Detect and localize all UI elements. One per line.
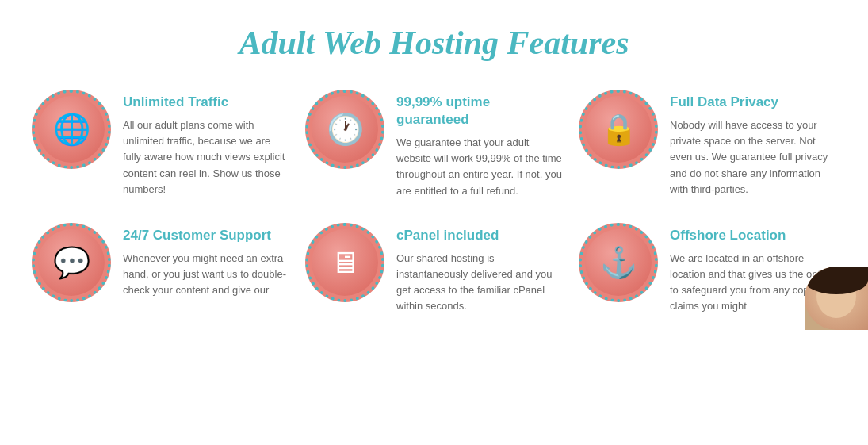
cpanel-included-description: Our shared hosting is instantaneously de… xyxy=(396,251,563,315)
cpanel-included-title: cPanel included xyxy=(396,227,563,244)
full-data-privacy-icon-circle: 🔒 xyxy=(579,90,658,169)
customer-support-icon: 💬 xyxy=(53,247,90,278)
uptime-guarantee-text: 99,99% uptime guaranteed We guarantee th… xyxy=(396,90,563,199)
feature-item-unlimited-traffic: 🌐 Unlimited Traffic All our adult plans … xyxy=(32,90,289,199)
full-data-privacy-title: Full Data Privacy xyxy=(670,94,836,111)
page-title: Adult Web Hosting Features xyxy=(32,24,836,62)
page-wrapper: Adult Web Hosting Features 🌐 Unlimited T… xyxy=(0,0,868,330)
offshore-location-title: Offshore Location xyxy=(670,227,836,244)
feature-item-uptime-guarantee: 🕐 99,99% uptime guaranteed We guarantee … xyxy=(305,90,563,199)
uptime-guarantee-description: We guarantee that your adult website wil… xyxy=(396,135,563,199)
unlimited-traffic-icon: 🌐 xyxy=(53,114,90,144)
full-data-privacy-description: Nobody will have access to your private … xyxy=(670,117,836,198)
cpanel-included-text: cPanel included Our shared hosting is in… xyxy=(396,223,563,315)
uptime-guarantee-icon: 🕐 xyxy=(327,114,364,144)
feature-item-cpanel-included: 🖥 cPanel included Our shared hosting is … xyxy=(305,223,563,315)
full-data-privacy-text: Full Data Privacy Nobody will have acces… xyxy=(670,90,836,198)
customer-support-text: 24/7 Customer Support Whenever you might… xyxy=(123,223,289,299)
customer-support-icon-circle: 💬 xyxy=(32,223,111,302)
unlimited-traffic-icon-circle: 🌐 xyxy=(32,90,111,169)
features-grid: 🌐 Unlimited Traffic All our adult plans … xyxy=(32,90,836,314)
feature-item-full-data-privacy: 🔒 Full Data Privacy Nobody will have acc… xyxy=(579,90,836,199)
full-data-privacy-icon: 🔒 xyxy=(600,114,637,144)
feature-item-offshore-location: ⚓ Offshore Location We are located in an… xyxy=(579,223,836,315)
avatar-corner xyxy=(805,267,868,330)
customer-support-title: 24/7 Customer Support xyxy=(123,227,289,244)
uptime-guarantee-icon-circle: 🕐 xyxy=(305,90,384,169)
offshore-location-icon: ⚓ xyxy=(600,247,637,278)
unlimited-traffic-description: All our adult plans come with unlimited … xyxy=(123,117,289,198)
cpanel-included-icon-circle: 🖥 xyxy=(305,223,384,302)
unlimited-traffic-title: Unlimited Traffic xyxy=(123,94,289,111)
unlimited-traffic-text: Unlimited Traffic All our adult plans co… xyxy=(123,90,289,198)
uptime-guarantee-title: 99,99% uptime guaranteed xyxy=(396,94,563,129)
customer-support-description: Whenever you might need an extra hand, o… xyxy=(123,251,289,298)
avatar-image xyxy=(805,267,868,330)
offshore-location-icon-circle: ⚓ xyxy=(579,223,658,302)
cpanel-included-icon: 🖥 xyxy=(330,247,360,278)
feature-item-customer-support: 💬 24/7 Customer Support Whenever you mig… xyxy=(32,223,289,315)
